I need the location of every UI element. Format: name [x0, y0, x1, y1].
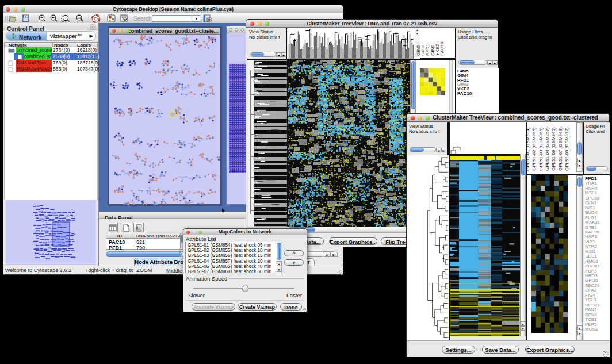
- svg-text:1:1: 1:1: [77, 17, 81, 20]
